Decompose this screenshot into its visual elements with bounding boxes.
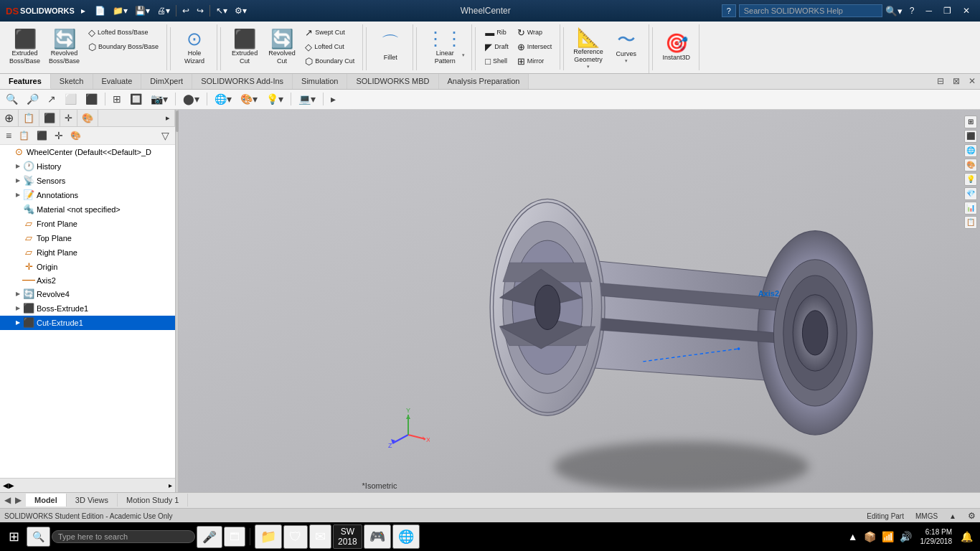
sidebar-appear-btn[interactable]: 🎨 [67, 129, 84, 142]
tab-features[interactable]: Features [0, 74, 51, 89]
boundary-cut-btn[interactable]: ⬡ Boundary Cut [301, 55, 358, 68]
bottom-nav-next[interactable]: ▶ [14, 495, 23, 505]
viewport[interactable]: Axis2 Z X Y *Isometric ⊞ ⬛ [179, 110, 980, 492]
help-question-btn[interactable]: ? [722, 4, 736, 17]
tree-right-plane[interactable]: ▱ Right Plane [0, 245, 175, 260]
tree-expand-right-plane[interactable] [13, 248, 23, 258]
sidebar-prop-btn[interactable]: 📋 [16, 129, 32, 142]
vp-lights-btn[interactable]: 🌐▾ [212, 92, 235, 106]
tree-cut-extrude1[interactable]: ▶ ⬛ Cut-Extrude1 [0, 316, 175, 330]
tab-solidworks-mbd[interactable]: SOLIDWORKS MBD [347, 74, 438, 89]
revolved-boss-base-btn[interactable]: 🔄 RevolvedBoss/Base [45, 26, 83, 69]
taskbar-explorer-btn[interactable]: 📁 [255, 524, 282, 549]
bottom-tab-motion[interactable]: Motion Study 1 [118, 494, 188, 507]
vp-camera-btn[interactable]: 📷▾ [148, 92, 171, 106]
sidebar-tab-property[interactable]: 📋 [19, 110, 39, 126]
vp-appearance-btn[interactable]: 🎨▾ [237, 92, 260, 106]
tray-network-btn[interactable]: 📶 [880, 529, 895, 544]
tree-front-plane[interactable]: ▱ Front Plane [0, 217, 175, 231]
reference-geometry-btn[interactable]: 📐 ReferenceGeometry ▾ [570, 26, 607, 72]
sidebar-config-btn[interactable]: ⬛ [34, 129, 50, 142]
view-appear-btn[interactable]: 🎨 [964, 159, 977, 171]
taskbar-search-input[interactable] [52, 530, 195, 543]
taskbar-game-btn[interactable]: 🎮 [364, 524, 391, 549]
vp-display1-btn[interactable]: ⬤▾ [180, 92, 202, 106]
view-realview-btn[interactable]: 💎 [964, 187, 977, 200]
open-btn[interactable]: 📁▾ [110, 4, 131, 17]
view-comp-btn[interactable]: 📊 [964, 202, 977, 215]
taskbar-solidworks-btn[interactable]: SW2018 [333, 524, 362, 549]
save-btn[interactable]: 💾▾ [132, 4, 153, 17]
tab-close-btn[interactable]: ✕ [964, 74, 980, 89]
view-orient-btn[interactable]: ⊞ [964, 116, 977, 128]
system-clock[interactable]: 6:18 PM 1/29/2018 [916, 527, 957, 546]
vp-search-btn[interactable]: 🔍 [3, 92, 21, 106]
tree-expand-boss-extrude1[interactable]: ▶ [13, 303, 23, 314]
draft-btn[interactable]: ◤ Draft [481, 40, 512, 54]
cortana-btn[interactable]: 🎤 [197, 526, 222, 548]
view-settings-btn[interactable]: 📋 [964, 216, 977, 229]
bottom-nav-prev[interactable]: ◀ [3, 495, 12, 505]
sidebar-cross-btn[interactable]: ✛ [52, 128, 66, 143]
print-btn[interactable]: 🖨▾ [154, 4, 173, 17]
sidebar-tab-config[interactable]: ⬛ [39, 110, 60, 126]
vp-zoom-btn[interactable]: 🔎 [24, 92, 42, 106]
tab-options-btn[interactable]: ⊠ [948, 74, 964, 89]
tray-expand-btn[interactable]: ▲ [847, 529, 859, 544]
tree-expand-sensors[interactable]: ▶ [13, 176, 23, 186]
shell-btn[interactable]: □ Shell [481, 55, 512, 68]
extruded-cut-btn[interactable]: ⬛ ExtrudedCut [227, 26, 263, 69]
bottom-tab-model[interactable]: Model [26, 494, 67, 507]
revolved-cut-btn[interactable]: 🔄 RevolvedCut [264, 26, 300, 69]
vp-3d-btn[interactable]: ⬛ [83, 92, 100, 106]
new-btn[interactable]: 📄 [92, 4, 108, 17]
redo-btn[interactable]: ↪ [194, 4, 207, 17]
tab-solidworks-addins[interactable]: SOLIDWORKS Add-Ins [192, 74, 293, 89]
vp-view2-btn[interactable]: 🔲 [127, 92, 145, 106]
tray-volume-btn[interactable]: 🔊 [898, 529, 913, 544]
start-button[interactable]: ⊞ [3, 526, 25, 547]
statusbar-settings-btn[interactable]: ⚙ [968, 511, 976, 521]
rib-btn[interactable]: ▬ Rib [481, 26, 512, 39]
vp-select-btn[interactable]: ⬜ [62, 92, 80, 106]
tree-revolve4[interactable]: ▶ 🔄 Revolve4 [0, 287, 175, 301]
tab-dimxpert[interactable]: DimXpert [141, 74, 192, 89]
tree-root[interactable]: ⊙ WheelCenter (Default<<Default>_D [0, 145, 175, 159]
sidebar-tab-display[interactable]: ✛ [60, 110, 77, 126]
bottom-tab-3dviews[interactable]: 3D Views [67, 494, 118, 507]
tab-evaluate[interactable]: Evaluate [93, 74, 142, 89]
notifications-btn[interactable]: 🔔 [959, 529, 974, 544]
search-btn[interactable]: 🔍▾ [885, 6, 903, 17]
tab-collapse-btn[interactable]: ⊟ [933, 74, 948, 89]
sidebar-tab-appear[interactable]: 🎨 [77, 110, 98, 126]
tray-dropbox-btn[interactable]: 📦 [862, 529, 877, 544]
taskbar-defender-btn[interactable]: 🛡 [283, 525, 308, 549]
tree-expand-front-plane[interactable] [13, 219, 23, 229]
tree-boss-extrude1[interactable]: ▶ ⬛ Boss-Extrude1 [0, 301, 175, 316]
lofted-cut-btn[interactable]: ◇ Lofted Cut [301, 40, 358, 54]
sidebar-filter-btn[interactable]: ▽ [159, 128, 172, 143]
sidebar-more-btn[interactable]: ▸ [169, 481, 172, 489]
tree-history[interactable]: ▶ 🕐 History [0, 159, 175, 174]
tree-top-plane[interactable]: ▱ Top Plane [0, 231, 175, 245]
minimize-btn[interactable]: ─ [921, 4, 936, 17]
hole-wizard-btn[interactable]: ⊙ HoleWizard [176, 26, 212, 69]
vp-scene-btn[interactable]: 💡▾ [263, 92, 286, 106]
undo-btn[interactable]: ↩ [179, 4, 192, 17]
help-btn[interactable]: ? [905, 4, 919, 17]
extruded-boss-base-btn[interactable]: ⬛ ExtrudedBoss/Base [6, 26, 44, 69]
close-btn[interactable]: ✕ [958, 4, 974, 17]
sidebar-tab-feature[interactable]: ⊕ [0, 110, 19, 126]
boundary-boss-base-btn[interactable]: ⬡ Boundary Boss/Base [85, 40, 162, 54]
vp-more-btn[interactable]: ▸ [328, 92, 339, 106]
search-input[interactable] [739, 4, 882, 17]
vp-display-mode-btn[interactable]: 💻▾ [296, 92, 319, 106]
tree-axis2[interactable]: — Axis2 [0, 274, 175, 287]
task-view-btn[interactable]: 🗔 [224, 527, 245, 547]
sidebar-list-btn[interactable]: ≡ [3, 128, 14, 143]
curves-btn[interactable]: 〜 Curves ▾ [608, 26, 644, 69]
instant3d-btn[interactable]: 🎯 Instant3D [659, 26, 694, 69]
mirror-btn[interactable]: ⊞ Mirror [514, 55, 556, 68]
tree-expand-history[interactable]: ▶ [13, 161, 23, 171]
tree-expand-annotations[interactable]: ▶ [13, 190, 23, 200]
